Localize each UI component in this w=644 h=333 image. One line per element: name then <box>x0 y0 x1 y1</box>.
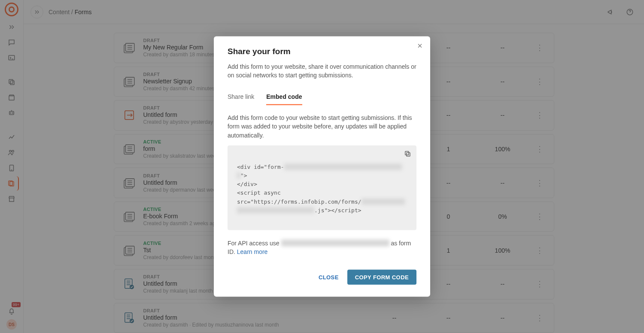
copy-code-icon[interactable] <box>404 150 411 158</box>
share-form-modal: Share your form Add this form to your we… <box>214 36 430 297</box>
tab-embed-code[interactable]: Embed code <box>266 90 302 105</box>
close-button[interactable]: CLOSE <box>319 274 339 281</box>
tab-description: Add this form code to your website to st… <box>228 113 416 140</box>
api-hint: For API access use xxxxxxxxxxxxxxxxxxxxx… <box>228 238 416 256</box>
learn-more-link[interactable]: Learn more <box>237 248 268 255</box>
modal-description: Add this form to your website, share it … <box>228 62 416 79</box>
svg-rect-55 <box>407 153 410 156</box>
embed-code-box: <div id="form-xxxxxxxxxxxxxxxxxxxxxxxxxx… <box>228 146 416 230</box>
modal-tabs: Share link Embed code <box>228 90 416 106</box>
close-icon[interactable] <box>416 42 423 49</box>
svg-rect-54 <box>405 151 409 155</box>
obscured-api-id: xxxxxxxxxxxxxxxxxxxxxxxxxxxxxxxxxxxx <box>281 239 389 246</box>
copy-form-code-button[interactable]: COPY FORM CODE <box>347 270 416 285</box>
modal-title: Share your form <box>228 46 416 56</box>
tab-share-link[interactable]: Share link <box>228 90 254 105</box>
